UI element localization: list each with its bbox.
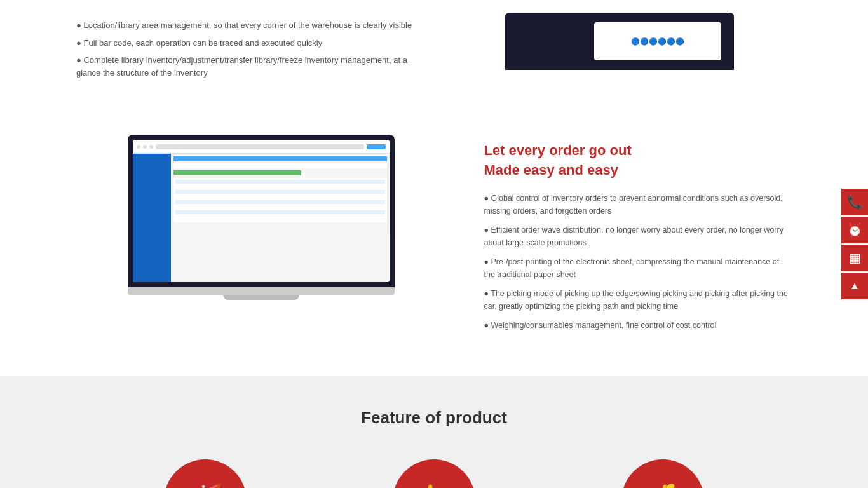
laptop-base [128, 287, 395, 295]
feature-card-low-threshold: 💰 Low usage threshold Low usage threshol… [567, 459, 758, 488]
screen-row-1 [173, 163, 387, 168]
feature-card-easy-use: 👆 Easy to use Self-service implementatio… [339, 459, 529, 488]
feature-card-fast-deployment: 🚀 Fast deployment No need to buy servers… [110, 459, 301, 488]
toolbar-bar [156, 144, 364, 149]
top-bullet-1: Location/library area management, so tha… [76, 19, 421, 32]
top-right-image: 🔵🔵🔵🔵🔵🔵 [447, 13, 792, 76]
middle-section: Let every order go out Made easy and eas… [0, 109, 868, 376]
table-row-7 [175, 210, 385, 214]
middle-right-content: Let every order go out Made easy and eas… [484, 135, 792, 338]
scroll-up-button[interactable]: ▲ [841, 273, 868, 299]
screen-table [173, 178, 387, 222]
easy-use-icon-circle: 👆 [393, 459, 475, 488]
table-row-2 [175, 185, 385, 189]
middle-heading-line1: Let every order go out [484, 142, 631, 158]
laptop-screen [128, 135, 395, 287]
table-row-1 [175, 180, 385, 184]
middle-heading: Let every order go out Made easy and eas… [484, 141, 792, 180]
feature-cards: 🚀 Fast deployment No need to buy servers… [51, 459, 817, 488]
monitor-top-mockup: 🔵🔵🔵🔵🔵🔵 [505, 13, 734, 76]
toolbar-dot-1 [137, 145, 140, 149]
laptop-mockup [128, 135, 395, 300]
hand-icon: 👆 [415, 483, 453, 488]
feature-section: Feature of product 🚀 Fast deployment No … [0, 376, 868, 488]
screen-row-green [173, 170, 302, 175]
screen-row-blue [173, 156, 387, 161]
rocket-icon: 🚀 [186, 483, 224, 488]
table-row-8 [175, 215, 385, 219]
low-threshold-icon-circle: 💰 [621, 459, 704, 488]
middle-heading-line2: Made easy and easy [484, 162, 618, 178]
top-bullet-3: Complete library inventory/adjustment/tr… [76, 54, 421, 79]
middle-left-image [76, 135, 445, 300]
qr-button[interactable]: ▦ [841, 245, 868, 271]
top-left-content: Location/library area management, so tha… [76, 13, 421, 84]
browser-label: 🔵🔵🔵🔵🔵🔵 [631, 37, 684, 46]
toolbar-dot-3 [149, 145, 153, 149]
screen-toolbar [133, 140, 390, 154]
money-bag-icon: 💰 [644, 483, 682, 488]
middle-bullet-3: Pre-/post-printing of the electronic she… [484, 255, 792, 281]
screen-sidebar [133, 154, 171, 282]
laptop-screen-inner [133, 140, 390, 282]
toolbar-btn [367, 144, 386, 149]
monitor-screen: 🔵🔵🔵🔵🔵🔵 [505, 13, 734, 70]
middle-bullet-1: Global control of inventory orders to pr… [484, 192, 792, 217]
fast-deployment-icon-circle: 🚀 [164, 459, 247, 488]
phone-button[interactable]: 📞 [841, 189, 868, 215]
top-bullet-2: Full bar code, each operation can be tra… [76, 37, 421, 50]
side-buttons: 📞 ⏰ ▦ ▲ [841, 189, 868, 299]
top-bullets: Location/library area management, so tha… [76, 19, 421, 79]
screen-main [171, 154, 390, 282]
screen-content [133, 154, 390, 282]
qr-icon: ▦ [849, 250, 861, 266]
table-row-3 [175, 190, 385, 194]
feature-title: Feature of product [51, 408, 817, 428]
toolbar-dot-2 [143, 145, 147, 149]
alarm-icon: ⏰ [847, 222, 863, 238]
middle-bullet-5: Weighing/consumables management, fine co… [484, 319, 792, 332]
middle-bullets: Global control of inventory orders to pr… [484, 192, 792, 332]
browser-bar: 🔵🔵🔵🔵🔵🔵 [594, 22, 721, 60]
table-row-4 [175, 195, 385, 199]
alarm-button[interactable]: ⏰ [841, 217, 868, 243]
middle-bullet-4: The picking mode of picking up the edge/… [484, 287, 792, 313]
table-row-6 [175, 205, 385, 209]
middle-bullet-2: Efficient order wave distribution, no lo… [484, 224, 792, 249]
phone-icon: 📞 [847, 194, 863, 210]
up-arrow-icon: ▲ [850, 280, 860, 292]
table-row-5 [175, 200, 385, 204]
laptop-stand [223, 295, 299, 300]
top-section: Location/library area management, so tha… [0, 0, 868, 109]
